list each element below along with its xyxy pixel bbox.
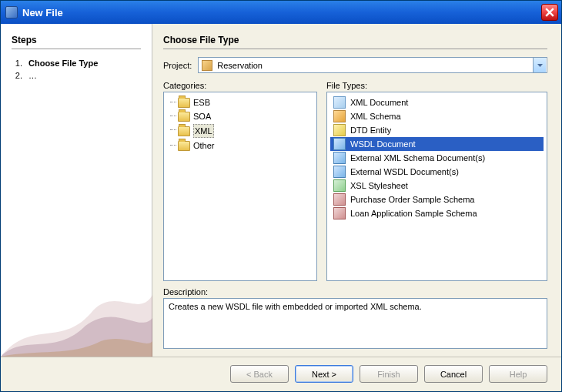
file-icon — [333, 152, 346, 164]
filetype-item[interactable]: XML Document — [330, 95, 544, 109]
category-label: ESB — [193, 96, 210, 109]
steps-list: 1.Choose File Type2.… — [12, 57, 141, 82]
step-number: 1. — [12, 59, 22, 68]
step-item: 2.… — [12, 69, 141, 82]
description-text: Creates a new WSDL file with embedded or… — [169, 302, 422, 311]
main-panel: Choose File Type Project: Reservation Ca… — [152, 24, 561, 357]
file-icon — [333, 138, 346, 150]
filetype-item[interactable]: Loan Application Sample Schema — [330, 206, 544, 220]
filetype-item[interactable]: Purchase Order Sample Schema — [330, 193, 544, 206]
chevron-down-icon — [533, 58, 546, 72]
category-item[interactable]: Other — [167, 139, 313, 152]
decoration — [1, 272, 152, 357]
filetype-item[interactable]: DTD Entity — [330, 123, 544, 137]
window-title: New File — [22, 7, 541, 18]
next-button[interactable]: Next > — [295, 365, 353, 383]
category-item[interactable]: ESB — [167, 95, 313, 109]
filetype-label: External XML Schema Document(s) — [350, 152, 485, 164]
step-number: 2. — [12, 71, 22, 80]
app-icon — [5, 6, 18, 18]
filetype-item[interactable]: WSDL Document — [330, 137, 544, 151]
filetype-item[interactable]: XML Schema — [330, 109, 544, 123]
filetype-item[interactable]: XSL Stylesheet — [330, 179, 544, 193]
filetype-label: XSL Stylesheet — [350, 179, 408, 192]
category-label: Other — [193, 139, 215, 152]
project-label: Project: — [163, 61, 192, 70]
help-button[interactable]: Help — [489, 365, 547, 383]
category-item[interactable]: SOA — [167, 109, 313, 123]
close-button[interactable] — [541, 4, 558, 21]
steps-panel: Steps 1.Choose File Type2.… — [1, 24, 152, 357]
folder-icon — [178, 126, 190, 136]
step-label: … — [28, 71, 37, 80]
categories-list[interactable]: ESBSOAXMLOther — [163, 92, 317, 281]
category-item[interactable]: XML — [167, 123, 313, 139]
cancel-button[interactable]: Cancel — [424, 365, 483, 383]
filetype-label: XML Schema — [350, 110, 401, 122]
step-item: 1.Choose File Type — [12, 57, 141, 69]
button-row: < Back Next > Finish Cancel Help — [1, 357, 561, 390]
file-icon — [333, 110, 346, 122]
folder-icon — [178, 98, 190, 108]
main-heading: Choose File Type — [163, 35, 547, 49]
filetypes-label: File Types: — [326, 81, 547, 90]
file-icon — [333, 124, 346, 136]
description-label: Description: — [163, 287, 547, 297]
folder-icon — [178, 112, 190, 122]
close-icon — [545, 8, 554, 17]
file-icon — [333, 166, 346, 178]
description-box: Creates a new WSDL file with embedded or… — [163, 298, 547, 349]
filetype-label: XML Document — [350, 96, 408, 109]
file-icon — [333, 179, 346, 192]
steps-heading: Steps — [12, 35, 141, 49]
filetype-label: External WSDL Document(s) — [350, 166, 459, 178]
file-icon — [333, 96, 346, 109]
category-label: SOA — [193, 110, 211, 122]
filetype-item[interactable]: External XML Schema Document(s) — [330, 151, 544, 165]
folder-icon — [178, 141, 190, 151]
filetypes-list[interactable]: XML DocumentXML SchemaDTD EntityWSDL Doc… — [326, 92, 547, 281]
file-icon — [333, 193, 346, 206]
step-label: Choose File Type — [28, 59, 98, 68]
titlebar[interactable]: New File — [1, 1, 561, 24]
category-label: XML — [193, 124, 214, 138]
project-value: Reservation — [217, 61, 263, 70]
filetype-label: Purchase Order Sample Schema — [350, 193, 474, 206]
project-icon — [202, 60, 212, 71]
project-select[interactable]: Reservation — [198, 57, 547, 73]
filetype-label: Loan Application Sample Schema — [350, 207, 477, 219]
filetype-label: DTD Entity — [350, 124, 391, 136]
categories-label: Categories: — [163, 81, 317, 90]
filetype-item[interactable]: External WSDL Document(s) — [330, 165, 544, 179]
finish-button[interactable]: Finish — [360, 365, 418, 383]
filetype-label: WSDL Document — [350, 138, 416, 150]
back-button[interactable]: < Back — [230, 365, 289, 383]
file-icon — [333, 207, 346, 219]
